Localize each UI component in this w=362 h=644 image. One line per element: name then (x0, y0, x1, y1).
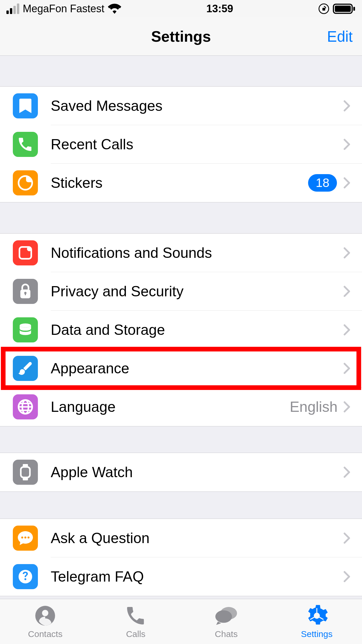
svg-point-24 (42, 610, 48, 616)
row-label: Stickers (51, 174, 308, 191)
help-icon (13, 564, 38, 589)
svg-point-6 (27, 247, 32, 251)
settings-row-language[interactable]: LanguageEnglish (0, 388, 362, 426)
settings-row-stickers[interactable]: Stickers18 (0, 164, 362, 202)
row-label: Appearance (51, 360, 343, 377)
svg-rect-2 (335, 6, 351, 12)
tab-label: Chats (215, 629, 238, 639)
row-label: Language (51, 398, 290, 415)
navigation-bar: Settings Edit (0, 18, 362, 56)
tab-settings[interactable]: Settings (272, 599, 362, 644)
svg-point-26 (215, 610, 232, 623)
svg-point-10 (20, 323, 31, 328)
row-label: Telegram FAQ (51, 568, 343, 585)
brush-icon (13, 356, 38, 381)
row-label: Notifications and Sounds (51, 244, 343, 261)
chat-icon (13, 526, 38, 551)
svg-point-20 (24, 536, 27, 538)
svg-rect-9 (25, 293, 26, 295)
settings-row-saved-messages[interactable]: Saved Messages (0, 87, 362, 125)
page-title: Settings (0, 28, 362, 45)
carrier-name: MegaFon Fastest (23, 3, 104, 15)
chats-icon (215, 604, 238, 627)
settings-list[interactable]: Saved MessagesRecent CallsStickers18Noti… (0, 56, 362, 599)
tab-contacts[interactable]: Contacts (0, 599, 91, 644)
tab-label: Contacts (28, 629, 62, 639)
contacts-icon (34, 604, 57, 627)
settings-row-ask-question[interactable]: Ask a Question (0, 519, 362, 557)
settings-row-telegram-faq[interactable]: Telegram FAQ (0, 557, 362, 596)
svg-point-19 (21, 536, 23, 538)
gear-icon (305, 604, 328, 627)
row-label: Recent Calls (51, 136, 343, 153)
status-bar: MegaFon Fastest 13:59 (0, 0, 362, 18)
settings-row-recent-calls[interactable]: Recent Calls (0, 125, 362, 164)
settings-row-appearance[interactable]: Appearance (0, 349, 362, 388)
sticker-icon (13, 170, 38, 195)
phone-icon (13, 132, 38, 157)
tab-label: Calls (126, 629, 145, 639)
settings-row-apple-watch[interactable]: Apple Watch (0, 453, 362, 491)
svg-rect-16 (21, 467, 30, 477)
watch-icon (13, 460, 38, 485)
tab-calls[interactable]: Calls (91, 599, 181, 644)
clock: 13:59 (206, 3, 233, 15)
row-label: Apple Watch (51, 464, 343, 481)
svg-rect-18 (23, 478, 28, 480)
status-bar-right (318, 3, 356, 14)
tab-label: Settings (301, 629, 333, 639)
row-label: Data and Storage (51, 321, 343, 338)
settings-row-data-storage[interactable]: Data and Storage (0, 311, 362, 349)
bookmark-icon (13, 93, 38, 118)
tab-bar: ContactsCallsChatsSettings (0, 599, 362, 644)
wifi-icon (108, 4, 121, 14)
notification-icon (13, 240, 38, 265)
row-label: Privacy and Security (51, 283, 343, 300)
row-label: Ask a Question (51, 530, 343, 547)
settings-row-notifications[interactable]: Notifications and Sounds (0, 234, 362, 272)
row-label: Saved Messages (51, 97, 343, 114)
edit-button[interactable]: Edit (327, 28, 353, 45)
tab-chats[interactable]: Chats (181, 599, 272, 644)
status-bar-left: MegaFon Fastest (6, 3, 121, 15)
row-detail: English (290, 398, 338, 415)
database-icon (13, 317, 38, 342)
svg-rect-17 (23, 464, 28, 467)
orientation-lock-icon (318, 3, 329, 14)
badge: 18 (308, 174, 337, 192)
svg-rect-3 (353, 7, 355, 11)
settings-row-privacy[interactable]: Privacy and Security (0, 272, 362, 311)
signal-strength-icon (6, 4, 19, 14)
svg-point-21 (27, 536, 29, 538)
globe-icon (13, 394, 38, 419)
lock-icon (13, 279, 38, 304)
phone-icon (124, 604, 147, 627)
battery-icon (333, 3, 356, 14)
